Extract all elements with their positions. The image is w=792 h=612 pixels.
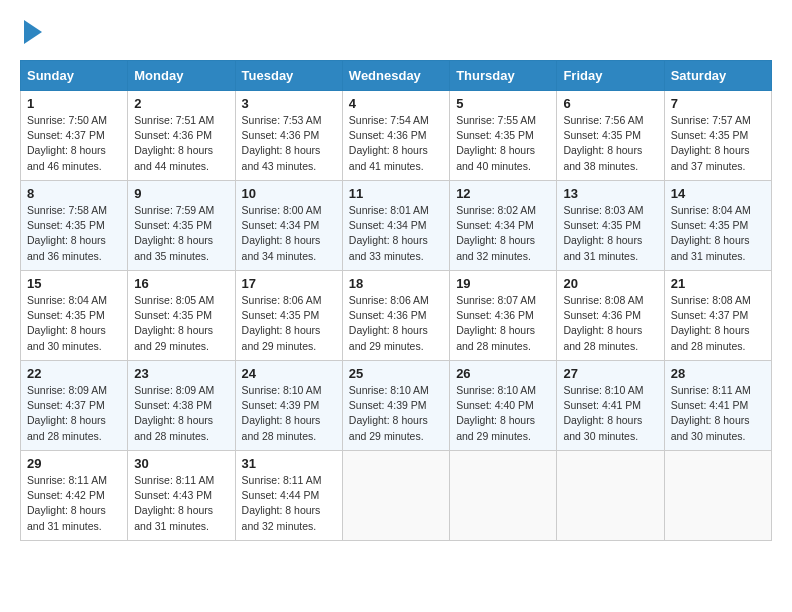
calendar-cell: 20 Sunrise: 8:08 AM Sunset: 4:36 PM Dayl… xyxy=(557,271,664,361)
sunrise-label: Sunrise: xyxy=(27,204,66,216)
day-info: Sunrise: 7:53 AM Sunset: 4:36 PM Dayligh… xyxy=(242,113,336,174)
daylight-label: Daylight: xyxy=(563,414,604,426)
sunset-label: Sunset: xyxy=(134,129,170,141)
sunrise-label: Sunrise: xyxy=(563,294,602,306)
sunset-label: Sunset: xyxy=(134,489,170,501)
day-info: Sunrise: 8:01 AM Sunset: 4:34 PM Dayligh… xyxy=(349,203,443,264)
sunrise-label: Sunrise: xyxy=(27,114,66,126)
sunset-label: Sunset: xyxy=(349,129,385,141)
calendar-cell: 2 Sunrise: 7:51 AM Sunset: 4:36 PM Dayli… xyxy=(128,91,235,181)
sunset-label: Sunset: xyxy=(134,219,170,231)
day-info: Sunrise: 8:11 AM Sunset: 4:41 PM Dayligh… xyxy=(671,383,765,444)
calendar-cell xyxy=(557,451,664,541)
sunset-label: Sunset: xyxy=(27,489,63,501)
weekday-header: Tuesday xyxy=(235,61,342,91)
day-number: 20 xyxy=(563,276,657,291)
day-number: 5 xyxy=(456,96,550,111)
day-info: Sunrise: 7:57 AM Sunset: 4:35 PM Dayligh… xyxy=(671,113,765,174)
daylight-label: Daylight: xyxy=(456,324,497,336)
sunset-label: Sunset: xyxy=(456,129,492,141)
sunset-label: Sunset: xyxy=(242,489,278,501)
sunset-label: Sunset: xyxy=(242,399,278,411)
sunset-label: Sunset: xyxy=(671,129,707,141)
daylight-label: Daylight: xyxy=(671,144,712,156)
day-number: 7 xyxy=(671,96,765,111)
sunrise-label: Sunrise: xyxy=(349,384,388,396)
sunrise-label: Sunrise: xyxy=(27,294,66,306)
sunrise-label: Sunrise: xyxy=(242,474,281,486)
daylight-label: Daylight: xyxy=(27,504,68,516)
day-info: Sunrise: 7:51 AM Sunset: 4:36 PM Dayligh… xyxy=(134,113,228,174)
weekday-header: Monday xyxy=(128,61,235,91)
day-info: Sunrise: 7:58 AM Sunset: 4:35 PM Dayligh… xyxy=(27,203,121,264)
sunrise-label: Sunrise: xyxy=(349,114,388,126)
calendar-cell: 6 Sunrise: 7:56 AM Sunset: 4:35 PM Dayli… xyxy=(557,91,664,181)
day-info: Sunrise: 7:56 AM Sunset: 4:35 PM Dayligh… xyxy=(563,113,657,174)
sunrise-label: Sunrise: xyxy=(563,204,602,216)
daylight-label: Daylight: xyxy=(242,144,283,156)
calendar-cell: 23 Sunrise: 8:09 AM Sunset: 4:38 PM Dayl… xyxy=(128,361,235,451)
sunset-label: Sunset: xyxy=(27,219,63,231)
calendar-cell: 29 Sunrise: 8:11 AM Sunset: 4:42 PM Dayl… xyxy=(21,451,128,541)
day-number: 16 xyxy=(134,276,228,291)
day-number: 26 xyxy=(456,366,550,381)
calendar-cell: 31 Sunrise: 8:11 AM Sunset: 4:44 PM Dayl… xyxy=(235,451,342,541)
day-number: 28 xyxy=(671,366,765,381)
day-number: 24 xyxy=(242,366,336,381)
calendar-cell xyxy=(664,451,771,541)
day-info: Sunrise: 8:10 AM Sunset: 4:40 PM Dayligh… xyxy=(456,383,550,444)
sunset-label: Sunset: xyxy=(671,399,707,411)
day-number: 12 xyxy=(456,186,550,201)
weekday-header: Wednesday xyxy=(342,61,449,91)
day-number: 17 xyxy=(242,276,336,291)
calendar-cell: 24 Sunrise: 8:10 AM Sunset: 4:39 PM Dayl… xyxy=(235,361,342,451)
daylight-label: Daylight: xyxy=(134,144,175,156)
calendar-cell: 28 Sunrise: 8:11 AM Sunset: 4:41 PM Dayl… xyxy=(664,361,771,451)
logo-triangle-icon xyxy=(24,20,42,44)
calendar-cell: 7 Sunrise: 7:57 AM Sunset: 4:35 PM Dayli… xyxy=(664,91,771,181)
daylight-label: Daylight: xyxy=(456,234,497,246)
day-number: 27 xyxy=(563,366,657,381)
calendar-cell: 9 Sunrise: 7:59 AM Sunset: 4:35 PM Dayli… xyxy=(128,181,235,271)
sunset-label: Sunset: xyxy=(134,309,170,321)
day-info: Sunrise: 8:00 AM Sunset: 4:34 PM Dayligh… xyxy=(242,203,336,264)
sunrise-label: Sunrise: xyxy=(671,114,710,126)
calendar-table: SundayMondayTuesdayWednesdayThursdayFrid… xyxy=(20,60,772,541)
daylight-label: Daylight: xyxy=(134,234,175,246)
calendar-cell: 10 Sunrise: 8:00 AM Sunset: 4:34 PM Dayl… xyxy=(235,181,342,271)
calendar-cell: 11 Sunrise: 8:01 AM Sunset: 4:34 PM Dayl… xyxy=(342,181,449,271)
daylight-label: Daylight: xyxy=(671,324,712,336)
calendar-cell: 8 Sunrise: 7:58 AM Sunset: 4:35 PM Dayli… xyxy=(21,181,128,271)
day-info: Sunrise: 8:09 AM Sunset: 4:38 PM Dayligh… xyxy=(134,383,228,444)
page-header xyxy=(20,20,772,44)
calendar-cell: 15 Sunrise: 8:04 AM Sunset: 4:35 PM Dayl… xyxy=(21,271,128,361)
sunrise-label: Sunrise: xyxy=(134,294,173,306)
calendar-cell: 26 Sunrise: 8:10 AM Sunset: 4:40 PM Dayl… xyxy=(450,361,557,451)
day-info: Sunrise: 8:02 AM Sunset: 4:34 PM Dayligh… xyxy=(456,203,550,264)
calendar-cell: 18 Sunrise: 8:06 AM Sunset: 4:36 PM Dayl… xyxy=(342,271,449,361)
sunset-label: Sunset: xyxy=(349,309,385,321)
daylight-label: Daylight: xyxy=(27,414,68,426)
daylight-label: Daylight: xyxy=(242,234,283,246)
day-number: 2 xyxy=(134,96,228,111)
sunrise-label: Sunrise: xyxy=(671,384,710,396)
daylight-label: Daylight: xyxy=(349,324,390,336)
day-number: 6 xyxy=(563,96,657,111)
sunset-label: Sunset: xyxy=(456,399,492,411)
calendar-cell: 27 Sunrise: 8:10 AM Sunset: 4:41 PM Dayl… xyxy=(557,361,664,451)
sunset-label: Sunset: xyxy=(242,129,278,141)
sunrise-label: Sunrise: xyxy=(242,384,281,396)
calendar-cell: 22 Sunrise: 8:09 AM Sunset: 4:37 PM Dayl… xyxy=(21,361,128,451)
day-info: Sunrise: 8:07 AM Sunset: 4:36 PM Dayligh… xyxy=(456,293,550,354)
calendar-cell: 21 Sunrise: 8:08 AM Sunset: 4:37 PM Dayl… xyxy=(664,271,771,361)
sunset-label: Sunset: xyxy=(242,309,278,321)
day-info: Sunrise: 8:06 AM Sunset: 4:35 PM Dayligh… xyxy=(242,293,336,354)
sunrise-label: Sunrise: xyxy=(27,474,66,486)
day-number: 13 xyxy=(563,186,657,201)
daylight-label: Daylight: xyxy=(27,234,68,246)
daylight-label: Daylight: xyxy=(671,234,712,246)
sunset-label: Sunset: xyxy=(671,219,707,231)
daylight-label: Daylight: xyxy=(242,414,283,426)
sunset-label: Sunset: xyxy=(349,399,385,411)
sunrise-label: Sunrise: xyxy=(134,384,173,396)
